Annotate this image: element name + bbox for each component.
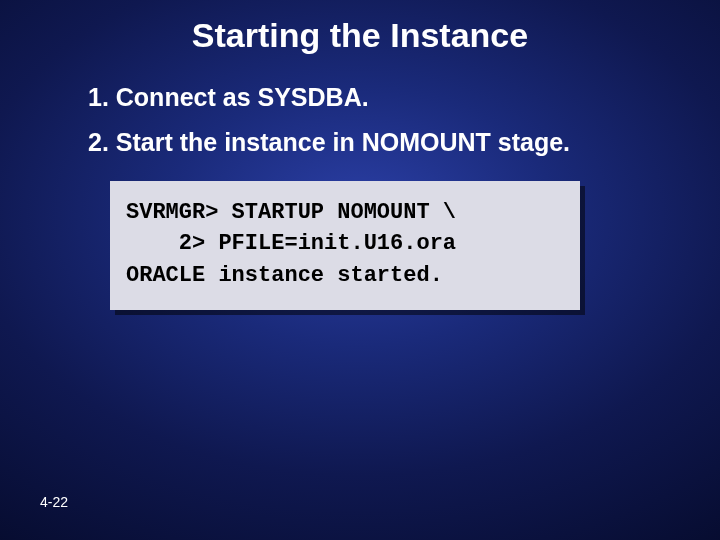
slide-title: Starting the Instance [0,16,720,55]
list-item: 1. Connect as SYSDBA. [88,82,640,113]
page-number: 4-22 [40,494,68,510]
code-block: SVRMGR> STARTUP NOMOUNT \ 2> PFILE=init.… [110,181,580,311]
slide: Starting the Instance 1. Connect as SYSD… [0,0,720,540]
slide-body: 1. Connect as SYSDBA. 2. Start the insta… [88,82,640,310]
list-item: 2. Start the instance in NOMOUNT stage. [88,127,640,158]
